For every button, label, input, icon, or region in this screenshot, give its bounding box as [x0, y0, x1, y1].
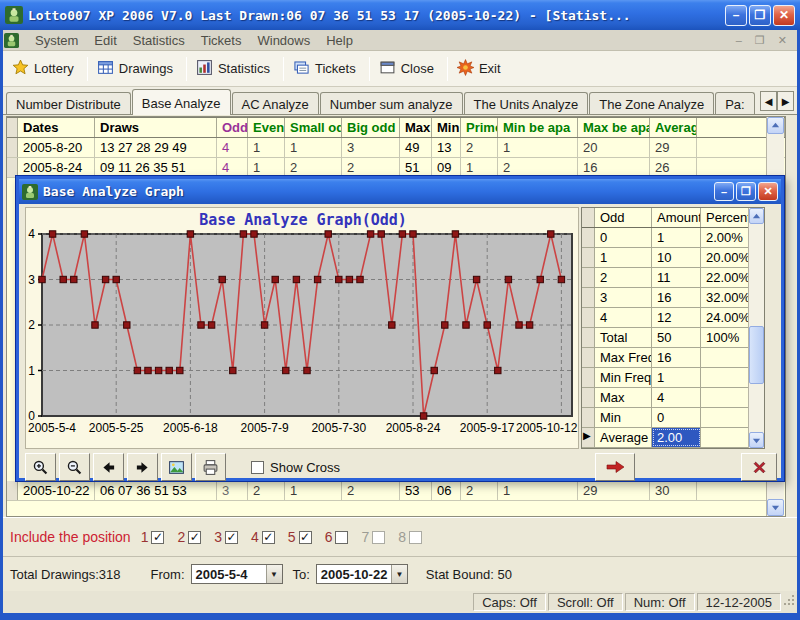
position-checkbox-4[interactable]: ✓ — [262, 531, 275, 544]
stats-data-row[interactable]: ▶Average2.00 — [582, 428, 764, 448]
grid-cell: 3 — [217, 481, 248, 500]
position-checkbox-5[interactable]: ✓ — [299, 531, 312, 544]
data-point — [155, 367, 161, 373]
stats-scroll-thumb[interactable] — [749, 326, 764, 384]
dialog-close-button[interactable]: ✕ — [758, 182, 778, 201]
include-position-8: 8 — [398, 529, 422, 545]
stats-data-row[interactable]: 41224.00% — [582, 308, 764, 328]
stats-header-row: OddAmountPercent — [582, 208, 764, 228]
dropdown-arrow-icon[interactable]: ▼ — [266, 565, 282, 583]
status-panel-scroll: Scroll: Off — [548, 593, 623, 611]
grid-data-row[interactable]: 2005-10-2206 07 36 51 5332125306212930 — [7, 481, 767, 501]
grid-cell: 1 — [285, 481, 342, 500]
menu-item-system[interactable]: System — [27, 32, 86, 49]
dialog-exit-button[interactable] — [741, 453, 777, 481]
stats-scroll-down-icon[interactable] — [749, 432, 764, 448]
exit-button[interactable]: Exit — [451, 55, 511, 83]
scroll-down-icon[interactable] — [767, 499, 784, 516]
stats-cell: 2.00% — [701, 228, 749, 247]
stats-scroll-up-icon[interactable] — [749, 208, 764, 224]
position-checkbox-2[interactable]: ✓ — [188, 531, 201, 544]
statistics-button[interactable]: Statistics — [190, 55, 280, 83]
grid-cell: 06 — [432, 481, 461, 500]
tab-the-units-analyze[interactable]: The Units Analyze — [464, 92, 589, 115]
grid-header-cell: Min be apa — [498, 118, 578, 137]
menu-item-windows[interactable]: Windows — [249, 32, 318, 49]
position-checkbox-1[interactable]: ✓ — [151, 531, 164, 544]
grid-cell: 2005-8-24 — [18, 158, 95, 177]
prev-arrow-button[interactable] — [93, 453, 124, 481]
x-tick-label: 2005-7-9 — [241, 421, 289, 435]
drawings-button[interactable]: Drawings — [91, 55, 183, 83]
maximize-button[interactable]: ❐ — [749, 5, 771, 26]
stats-data-row[interactable]: Min Frequ1 — [582, 368, 764, 388]
position-checkbox-3[interactable]: ✓ — [225, 531, 238, 544]
minimize-button[interactable]: – — [725, 5, 747, 26]
save-image-button[interactable] — [161, 453, 192, 481]
stats-data-row[interactable]: Max4 — [582, 388, 764, 408]
menu-item-help[interactable]: Help — [318, 32, 361, 49]
dialog-maximize-button[interactable]: ❐ — [736, 182, 756, 201]
tab-scroll-left-icon[interactable]: ◀ — [760, 91, 777, 111]
tab-number-distribute[interactable]: Number Distribute — [6, 92, 131, 115]
data-point — [113, 276, 119, 282]
selected-cell[interactable]: 2.00 — [652, 428, 701, 447]
tab-strip: Number DistributeBase AnalyzeAC AnalyzeN… — [0, 87, 800, 115]
status-bar: Caps: OffScroll: OffNum: Off12-12-2005 — [0, 591, 800, 613]
stats-data-row[interactable]: 012.00% — [582, 228, 764, 248]
tab-scroll-right-icon[interactable]: ▶ — [777, 91, 794, 111]
grid-data-row[interactable]: 2005-8-2409 11 26 35 5141225109121626 — [7, 158, 785, 178]
stats-header-cell: Amount — [652, 208, 701, 227]
zoom-out-button[interactable] — [59, 453, 90, 481]
stats-data-row[interactable]: 11020.00% — [582, 248, 764, 268]
print-button[interactable] — [195, 453, 226, 481]
data-point — [81, 231, 87, 237]
stat-bound-label: Stat Bound: 50 — [426, 567, 512, 582]
stats-data-row[interactable]: 21122.00% — [582, 268, 764, 288]
tickets-icon — [293, 59, 310, 79]
menu-item-edit[interactable]: Edit — [86, 32, 124, 49]
show-cross-checkbox[interactable] — [251, 461, 264, 474]
tab-pa-[interactable]: Pa: — [715, 92, 755, 115]
resize-grip[interactable] — [783, 593, 796, 611]
to-date-combobox[interactable]: 2005-10-22 ▼ — [316, 564, 408, 584]
dialog-minimize-button[interactable]: – — [714, 182, 734, 201]
mdi-minimize-icon[interactable]: – — [733, 34, 747, 46]
toolbar-separator — [87, 57, 88, 81]
stats-cell: 4 — [595, 308, 652, 327]
menu-bar: SystemEditStatisticsTicketsWindowsHelp –… — [0, 30, 800, 51]
stats-data-row[interactable]: Total50100% — [582, 328, 764, 348]
from-date-combobox[interactable]: 2005-5-4 ▼ — [191, 564, 283, 584]
menu-item-statistics[interactable]: Statistics — [125, 32, 193, 49]
grid-cell: 1 — [498, 481, 578, 500]
stats-data-row[interactable]: Max Frequ16 — [582, 348, 764, 368]
menu-item-tickets[interactable]: Tickets — [193, 32, 250, 49]
mdi-restore-icon[interactable]: ❐ — [752, 34, 770, 46]
stats-data-row[interactable]: Min0 — [582, 408, 764, 428]
stats-cell: Total — [595, 328, 652, 347]
scroll-up-icon[interactable] — [767, 117, 784, 134]
stats-cell — [701, 388, 749, 407]
stats-scrollbar[interactable] — [748, 208, 764, 448]
data-point — [60, 276, 66, 282]
tickets-button[interactable]: Tickets — [287, 55, 366, 83]
lottery-button[interactable]: Lottery — [6, 55, 84, 83]
tab-base-analyze[interactable]: Base Analyze — [132, 89, 231, 115]
stats-data-row[interactable]: 31632.00% — [582, 288, 764, 308]
mdi-close-icon[interactable]: ✕ — [775, 34, 792, 46]
tab-number-sum-analyze[interactable]: Number sum analyze — [320, 92, 463, 115]
stats-marker-cell — [582, 228, 595, 247]
red-next-button[interactable] — [595, 453, 635, 481]
dropdown-arrow-icon[interactable]: ▼ — [391, 565, 407, 583]
tab-ac-analyze[interactable]: AC Analyze — [232, 92, 319, 115]
next-arrow-button[interactable] — [127, 453, 158, 481]
stats-cell: Min — [595, 408, 652, 427]
position-checkbox-6[interactable] — [335, 531, 348, 544]
grid-data-row[interactable]: 2005-8-2013 27 28 29 4941134913212029 — [7, 138, 785, 158]
data-point — [219, 276, 225, 282]
close-button[interactable]: Close — [373, 55, 444, 83]
zoom-in-button[interactable] — [25, 453, 56, 481]
tab-the-zone-analyze[interactable]: The Zone Analyze — [589, 92, 714, 115]
stats-cell: 1 — [652, 228, 701, 247]
close-button[interactable]: ✕ — [773, 5, 795, 26]
